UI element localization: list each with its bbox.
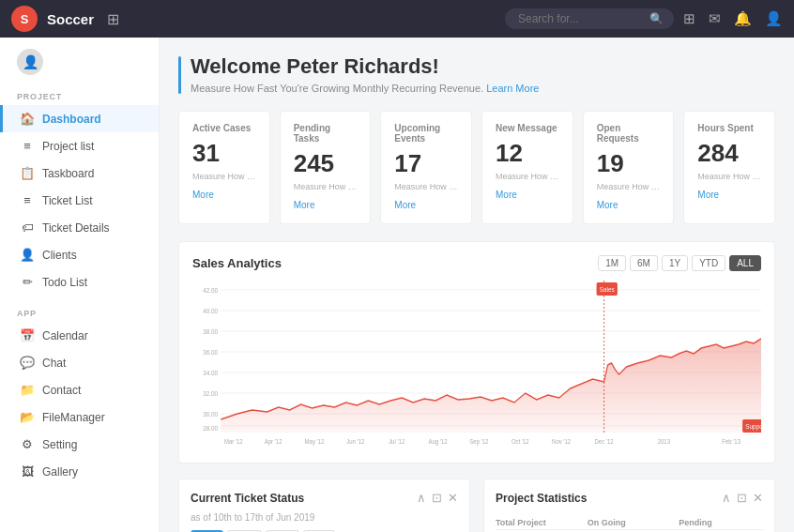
- stat-link-1[interactable]: More: [294, 200, 315, 210]
- stat-title-0: Active Cases: [192, 123, 256, 133]
- chart-filter-ytd[interactable]: YTD: [692, 255, 725, 271]
- active-bar: [178, 56, 181, 94]
- sidebar-item-gallery[interactable]: 🖼 Gallery: [0, 458, 159, 485]
- sidebar-item-clients[interactable]: 👤 Clients: [0, 241, 159, 268]
- app-name: Soccer: [47, 11, 94, 27]
- mail-icon[interactable]: ✉: [709, 10, 721, 27]
- svg-text:Oct '12: Oct '12: [512, 437, 529, 445]
- sidebar-item-ticket-details[interactable]: 🏷 Ticket Details: [0, 214, 159, 241]
- stat-link-5[interactable]: More: [697, 190, 719, 200]
- sidebar-item-calendar[interactable]: 📅 Calendar: [0, 322, 159, 349]
- topnav-icon-group: ⊞ ✉ 🔔 👤: [683, 10, 783, 27]
- sidebar-item-label: Clients: [42, 249, 77, 262]
- sidebar-item-label: Ticket Details: [42, 221, 110, 235]
- stat-link-4[interactable]: More: [597, 200, 618, 210]
- sidebar-item-label: Ticket List: [42, 194, 93, 207]
- search-box[interactable]: 🔍: [505, 8, 674, 29]
- bell-icon[interactable]: 🔔: [734, 10, 752, 27]
- sidebar-item-project-list[interactable]: ≡ Project list: [0, 132, 159, 160]
- stat-sub-0: Measure How Fast...: [192, 172, 256, 181]
- close-icon[interactable]: ✕: [448, 491, 458, 505]
- sidebar-item-label: Setting: [42, 438, 77, 451]
- ticket-list-icon: ≡: [20, 193, 35, 207]
- stat-link-3[interactable]: More: [496, 190, 517, 200]
- list-icon: ≡: [20, 139, 35, 153]
- grid-icon[interactable]: ⊞: [683, 10, 695, 27]
- chart-title: Sales Analytics: [192, 256, 282, 270]
- stat-number-0: 31: [192, 139, 256, 168]
- stat-sub-2: Measure How Fast...: [394, 182, 458, 191]
- stat-card-5: Hours Spent 284 Measure How Fast... More: [683, 111, 775, 224]
- chart-filter-1m[interactable]: 1M: [598, 255, 626, 271]
- stat-link-0[interactable]: More: [192, 190, 214, 200]
- ticket-status-panel: Current Ticket Status ∧ ⊡ ✕ as of 10th t…: [178, 479, 470, 532]
- chart-filters: 1M6M1YYTDALL: [598, 255, 761, 271]
- svg-text:28.00: 28.00: [203, 423, 218, 433]
- search-icon: 🔍: [649, 12, 664, 25]
- stat-sub-3: Measure How Fast...: [496, 172, 559, 181]
- collapse-icon[interactable]: ∧: [722, 491, 731, 505]
- stat-card-0: Active Cases 31 Measure How Fast... More: [178, 111, 270, 224]
- collapse-icon[interactable]: ∧: [417, 491, 426, 505]
- chart-area: 42.00 40.00 38.00 36.00 34.00 32.00 30.0…: [192, 281, 761, 449]
- svg-text:Nov '12: Nov '12: [552, 437, 571, 445]
- chart-filter-6m[interactable]: 6M: [630, 255, 658, 271]
- svg-text:Mar '12: Mar '12: [224, 437, 243, 445]
- stat-number-5: 284: [697, 139, 761, 168]
- svg-text:Jul '12: Jul '12: [389, 437, 405, 445]
- sidebar-item-filemanager[interactable]: 📂 FileManager: [0, 403, 159, 431]
- user-avatar[interactable]: 👤: [765, 10, 783, 27]
- sidebar: 👤 PROJECT 🏠 Dashboard ≡ Project list 📋 T…: [0, 38, 160, 532]
- app-section-label: APP: [0, 296, 159, 322]
- sidebar-item-dashboard[interactable]: 🏠 Dashboard: [0, 105, 159, 132]
- chart-filter-all[interactable]: ALL: [729, 255, 761, 271]
- project-stats-table-header: Total Project On Going Pending: [496, 512, 763, 530]
- topnav: S Soccer ⊞ 🔍 ⊞ ✉ 🔔 👤: [0, 0, 794, 38]
- close-icon[interactable]: ✕: [753, 491, 763, 505]
- sidebar-item-label: FileManager: [42, 411, 105, 424]
- ticket-status-title: Current Ticket Status: [191, 492, 304, 505]
- sidebar-item-ticket-list[interactable]: ≡ Ticket List: [0, 187, 159, 214]
- expand-icon[interactable]: ⊡: [432, 491, 442, 505]
- gallery-icon: 🖼: [20, 464, 35, 479]
- taskboard-icon: 📋: [20, 166, 35, 180]
- stat-link-2[interactable]: More: [394, 200, 416, 210]
- sidebar-item-label: Taskboard: [42, 167, 94, 180]
- stat-title-3: New Message: [496, 123, 559, 133]
- calendar-icon: 📅: [20, 328, 35, 342]
- svg-text:Sep '12: Sep '12: [469, 437, 488, 446]
- sidebar-item-contact[interactable]: 📁 Contact: [0, 376, 159, 403]
- svg-text:2013: 2013: [658, 437, 670, 445]
- search-input[interactable]: [518, 12, 649, 25]
- stat-card-2: Upcoming Events 17 Measure How Fast... M…: [380, 111, 472, 224]
- svg-text:32.00: 32.00: [203, 388, 218, 398]
- project-stats-header: Project Statistics ∧ ⊡ ✕: [496, 491, 763, 505]
- svg-text:40.00: 40.00: [203, 306, 218, 315]
- sidebar-item-chat[interactable]: 💬 Chat: [0, 349, 159, 376]
- svg-text:Aug '12: Aug '12: [429, 437, 448, 446]
- sidebar-item-label: Chat: [42, 357, 66, 370]
- project-stats-actions: ∧ ⊡ ✕: [722, 491, 763, 505]
- svg-text:Feb '13: Feb '13: [722, 437, 741, 445]
- stats-row: Active Cases 31 Measure How Fast... More…: [178, 111, 775, 224]
- ticket-details-icon: 🏷: [20, 220, 35, 235]
- stat-sub-4: Measure How Fast...: [597, 182, 661, 191]
- stat-number-3: 12: [496, 139, 559, 168]
- sidebar-item-setting[interactable]: ⚙ Setting: [0, 431, 159, 458]
- sidebar-item-label: Project list: [42, 140, 94, 153]
- app-logo[interactable]: S: [11, 6, 38, 32]
- project-statistics-panel: Project Statistics ∧ ⊡ ✕ Total Project O…: [483, 479, 775, 532]
- learn-more-link[interactable]: Learn More: [486, 83, 539, 94]
- sidebar-item-label: Calendar: [42, 329, 88, 342]
- ticket-status-sub: as of 10th to 17th of Jun 2019: [191, 512, 458, 523]
- sidebar-toggle-icon[interactable]: ⊞: [107, 10, 119, 28]
- svg-text:Apr '12: Apr '12: [265, 437, 282, 446]
- welcome-sub: Measure How Fast You're Growing Monthly …: [191, 83, 539, 94]
- sidebar-item-taskboard[interactable]: 📋 Taskboard: [0, 160, 159, 187]
- sidebar-item-label: Gallery: [42, 465, 78, 479]
- chat-icon: 💬: [20, 356, 35, 370]
- expand-icon[interactable]: ⊡: [737, 491, 747, 505]
- sidebar-item-todo[interactable]: ✏ Todo List: [0, 268, 159, 296]
- chart-filter-1y[interactable]: 1Y: [662, 255, 688, 271]
- sidebar-item-label: Dashboard: [42, 113, 101, 126]
